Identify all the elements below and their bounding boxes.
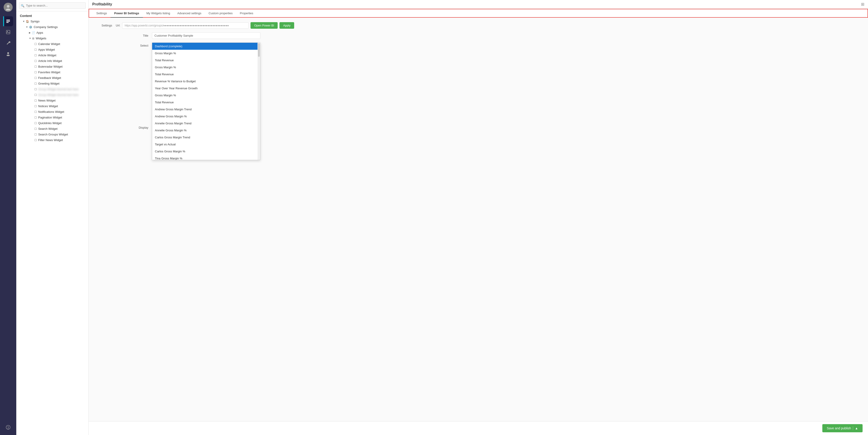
- tree-item-label: Pagination Widget: [38, 116, 62, 119]
- url-input[interactable]: [122, 22, 249, 29]
- nav-icon-tools[interactable]: [3, 38, 13, 48]
- tree-item-icon: ☐: [34, 110, 37, 114]
- nav-icon-user[interactable]: [3, 49, 13, 59]
- sidebar-tree-item[interactable]: ☐Quicklinks Widget: [16, 120, 88, 126]
- dropdown-item[interactable]: Total Revenue: [152, 99, 257, 106]
- sidebar-tree-item[interactable]: ☐Calendar Widget: [16, 41, 88, 47]
- dropdown-scrollbar[interactable]: [257, 43, 260, 160]
- svg-point-7: [7, 52, 9, 54]
- tree-item-icon: ⚙️: [29, 26, 32, 29]
- tab-power-bi-settings[interactable]: Power BI Settings: [111, 9, 143, 18]
- content-header: Content: [16, 13, 88, 19]
- dropdown-item[interactable]: Target vs Actual: [152, 141, 257, 148]
- svg-point-0: [7, 5, 9, 8]
- tree-item-label: Feedback Widget: [38, 76, 61, 80]
- nav-icon-content[interactable]: [3, 16, 13, 26]
- sidebar-tree-item[interactable]: ☐News Widget: [16, 98, 88, 103]
- open-powerbi-button[interactable]: Open Power BI: [250, 22, 278, 29]
- footer-bar: Save and publish ▲: [89, 421, 868, 435]
- sidebar-tree-item[interactable]: ▼⊞Widgets: [16, 35, 88, 41]
- sidebar-tree-item[interactable]: ☐Apps Widget: [16, 47, 88, 53]
- tree-item-icon: ☐: [34, 42, 37, 46]
- sidebar-tree: Content ▼🏠Synigo▼⚙️Company Settings▶📄App…: [16, 11, 88, 435]
- svg-point-1: [6, 8, 10, 10]
- apply-button[interactable]: Apply: [279, 22, 294, 29]
- tree-item-icon: ☐: [34, 105, 37, 108]
- dropdown-item[interactable]: Annelie Gross Margin %: [152, 127, 257, 134]
- dropdown-item[interactable]: Andrew Gross Margin %: [152, 113, 257, 120]
- page-title: Profitability: [92, 2, 861, 6]
- tree-item-icon: 🏠: [26, 20, 29, 23]
- sidebar-tree-item[interactable]: ☐Group Widget blurred text here: [16, 92, 88, 98]
- tree-item-label: Apps: [36, 31, 43, 34]
- sidebar-tree-item[interactable]: ☐Group Widget blurred text here: [16, 86, 88, 92]
- dropdown-item[interactable]: Andrew Gross Margin Trend: [152, 106, 257, 113]
- tab-settings[interactable]: Settings: [93, 9, 111, 18]
- sidebar-tree-item[interactable]: ☐Filter News Widget: [16, 137, 88, 143]
- dropdown-item[interactable]: Total Revenue: [152, 57, 257, 64]
- main-header: Profitability ⊞: [89, 0, 868, 9]
- tab-my-widgets-listing[interactable]: My Widgets listing: [143, 9, 174, 18]
- sidebar-tree-item[interactable]: ▶📄Apps: [16, 30, 88, 35]
- save-publish-arrow-icon: ▲: [853, 427, 858, 430]
- tree-item-icon: ☐: [34, 99, 37, 102]
- sidebar-tree-item[interactable]: ☐Greeting Widget: [16, 81, 88, 86]
- sidebar-search-container: 🔍: [16, 0, 88, 11]
- tree-item-label: Synigo: [31, 20, 39, 23]
- tree-item-label: Buienradar Widget: [38, 65, 63, 68]
- sidebar-tree-item[interactable]: ☐Search Widget: [16, 126, 88, 132]
- tabs-bar: SettingsPower BI SettingsMy Widgets list…: [89, 9, 868, 18]
- dropdown-item[interactable]: Carlos Gross Margin Trend: [152, 134, 257, 141]
- title-input[interactable]: [152, 32, 260, 39]
- tree-item-label: Group Widget blurred text here: [38, 88, 79, 91]
- tree-item-label: Quicklinks Widget: [38, 121, 62, 125]
- sidebar-tree-item[interactable]: ☐Favorites Widget: [16, 69, 88, 75]
- tree-item-icon: ⊞: [32, 37, 34, 40]
- nav-icon-image[interactable]: [3, 27, 13, 37]
- dropdown-item[interactable]: Revenue % Variance to Budget: [152, 78, 257, 85]
- tab-advanced-settings[interactable]: Advanced settings: [174, 9, 205, 18]
- sidebar-tree-item[interactable]: ☐Pagination Widget: [16, 115, 88, 120]
- tree-item-icon: ☐: [34, 122, 37, 125]
- dropdown-item[interactable]: Dashbord (complete): [152, 43, 257, 50]
- dropdown-item[interactable]: Year Over Year Revenue Growth: [152, 85, 257, 92]
- icon-bar: [0, 0, 16, 435]
- svg-rect-3: [6, 21, 10, 22]
- sidebar-tree-item[interactable]: ☐Notifications Widget: [16, 109, 88, 115]
- search-icon: 🔍: [21, 4, 24, 7]
- tree-toggle-icon: ▼: [26, 26, 28, 28]
- layout-icon[interactable]: ⊞: [861, 2, 864, 7]
- save-publish-button[interactable]: Save and publish ▲: [822, 424, 863, 432]
- tab-custom-properties[interactable]: Custom properties: [205, 9, 236, 18]
- dropdown-item[interactable]: Annelie Gross Margin Trend: [152, 120, 257, 127]
- tab-properties[interactable]: Properties: [236, 9, 257, 18]
- tree-item-icon: ☐: [34, 48, 37, 51]
- tree-toggle-icon: ▼: [29, 37, 31, 39]
- tree-item-icon: ☐: [34, 133, 37, 136]
- tree-item-label: Favorites Widget: [38, 70, 60, 74]
- sidebar-tree-item[interactable]: ▼⚙️Company Settings: [16, 24, 88, 30]
- scrollbar-thumb: [258, 43, 260, 57]
- help-icon[interactable]: [3, 422, 13, 432]
- sidebar-tree-item[interactable]: ☐Article Info Widget: [16, 58, 88, 64]
- svg-point-8: [6, 55, 10, 56]
- dropdown-item[interactable]: Total Revenue: [152, 71, 257, 78]
- tree-item-label: Notifications Widget: [38, 110, 64, 114]
- dropdown-item[interactable]: Gross Margin %: [152, 50, 257, 57]
- dropdown-item[interactable]: Tina Gross Margin %: [152, 155, 257, 160]
- sidebar-tree-item[interactable]: ☐Article Widget: [16, 53, 88, 58]
- search-input[interactable]: [19, 2, 86, 9]
- main-content: Profitability ⊞ SettingsPower BI Setting…: [89, 0, 868, 435]
- select-row: Select Dashbord (complete)Gross Margin %…: [135, 42, 863, 49]
- dropdown-item[interactable]: Gross Margin %: [152, 92, 257, 99]
- sidebar-tree-item[interactable]: ▼🏠Synigo: [16, 19, 88, 24]
- dropdown-item[interactable]: Carlos Gross Margin %: [152, 148, 257, 155]
- sidebar-tree-item[interactable]: ☐Search Groups Widget: [16, 132, 88, 137]
- sidebar-tree-item[interactable]: ☐Feedback Widget: [16, 75, 88, 81]
- sidebar-tree-item[interactable]: ☐Notices Widget: [16, 103, 88, 109]
- sidebar-tree-item[interactable]: ☐Buienradar Widget: [16, 64, 88, 69]
- dropdown-item[interactable]: Gross Margin %: [152, 64, 257, 71]
- dropdown-list[interactable]: Dashbord (complete)Gross Margin %Total R…: [152, 42, 260, 160]
- tree-item-icon: ☐: [34, 127, 37, 130]
- svg-point-6: [7, 31, 8, 32]
